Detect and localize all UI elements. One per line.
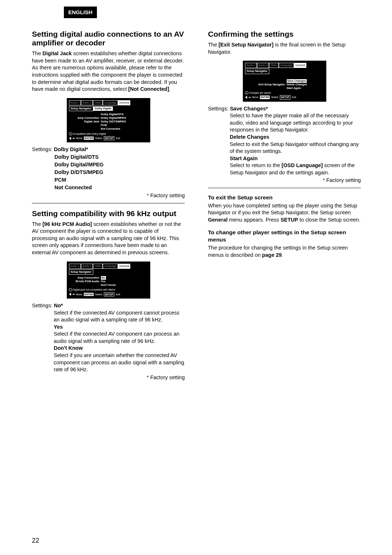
down-arrow-icon: [73, 138, 75, 139]
setting-option: Save Changes*: [230, 106, 268, 112]
osd-tab: Audio 1: [69, 100, 81, 105]
osd-menu: Dolby Digital/DTS Amp ConnectionDolby Di…: [69, 113, 148, 131]
settings-block: Settings: No*: [32, 302, 185, 309]
settings-block: Settings: Save Changes*: [208, 105, 361, 113]
osd-label: Amp Connection: [69, 116, 101, 120]
section-title: Confirming the settings: [208, 30, 361, 39]
osd-option: PCM: [101, 123, 148, 127]
text: Compatible with Dolby Digital: [73, 133, 106, 135]
info-icon: i: [69, 132, 72, 135]
language-tab: ENGLISH: [64, 7, 97, 18]
bold-text: General: [208, 217, 228, 223]
settings-options: Dolby Digital/DTS Dolby Digital/MPEG Dol…: [54, 153, 185, 191]
section-divider: [32, 203, 185, 203]
osd-title: Setup Navigator: [245, 69, 270, 74]
definition-list: Select if the connected AV component can…: [54, 309, 185, 373]
osd-panel: Audio 1 Audio 2 Video Language General S…: [243, 61, 326, 102]
definition-text: Select to return to the [OSD Language] s…: [230, 162, 361, 176]
osd-title: Setup Navigator: [69, 270, 94, 275]
text: Changes are saved: [249, 92, 271, 94]
osd-option: Don't Know: [101, 283, 148, 287]
osd-screenshot: Audio 1 Audio 2 Video Language General S…: [32, 98, 185, 143]
definition-text: Select if the connected AV component can…: [54, 309, 185, 324]
text: When you have completed setting up the p…: [208, 203, 357, 216]
page-content: Setting digital audio connections to an …: [32, 30, 361, 381]
osd-option: Delete Changes: [287, 83, 324, 86]
osd-option: Yes: [101, 280, 148, 283]
osd-label: [69, 127, 101, 131]
left-arrow-icon: [69, 293, 71, 296]
setting-option: Not Connected: [54, 184, 185, 191]
osd-option: Dolby D/DTS/MPEG: [101, 120, 148, 123]
info-icon: i: [245, 91, 248, 94]
osd-option: Dolby Digital/DTS: [101, 113, 148, 116]
settings-block: Settings: Dolby Digital* Dolby Digital/D…: [32, 146, 185, 191]
osd-tab: General: [294, 63, 307, 68]
text: to close the Setup screen.: [298, 217, 360, 223]
definition-list: Select to have the player make all of th…: [230, 112, 361, 176]
osd-label: 96 kHz PCM Audio: [69, 280, 101, 283]
sub-heading: To change other player settings in the S…: [208, 229, 361, 244]
text: Move: [76, 293, 82, 296]
factory-note: * Factory setting: [32, 192, 185, 199]
down-arrow-icon: [249, 97, 251, 98]
osd-tab: Audio 2: [81, 100, 93, 105]
section-divider: [208, 188, 361, 188]
page-number: 22: [32, 536, 39, 545]
info-icon: i: [69, 288, 72, 291]
settings-label: Settings:: [32, 302, 52, 309]
factory-note: * Factory setting: [32, 374, 185, 381]
bold-text: [Not Connected]: [128, 86, 169, 92]
osd-label: [69, 113, 101, 116]
osd-hint: iChanges are saved: [245, 91, 324, 95]
left-arrow-icon: [69, 137, 71, 140]
setting-option: Dolby Digital*: [54, 146, 88, 152]
osd-label: Amp Connection: [69, 276, 101, 280]
osd-tab: General: [118, 100, 131, 105]
osd-footer: Move ENTERSelect SETUPExit: [245, 95, 324, 99]
factory-note: * Factory setting: [208, 177, 361, 184]
bold-text: [Exit Setup Navigator]: [219, 42, 273, 48]
osd-label: Digital Jack: [69, 120, 101, 123]
text: Exit: [292, 96, 296, 99]
osd-label: [245, 79, 287, 83]
osd-tab: Language: [103, 100, 118, 105]
osd-selected: Save Changes: [287, 79, 307, 83]
body-text: The [Exit Setup Navigator] is the final …: [208, 41, 361, 56]
setting-option: Dolby Digital/DTS: [54, 153, 185, 161]
enter-badge: ENTER: [84, 137, 94, 140]
left-arrow-icon: [245, 96, 247, 99]
enter-badge: ENTER: [260, 96, 270, 99]
setting-option: Dolby Digital/MPEG: [54, 161, 185, 169]
body-text: The procedure for changing the settings …: [208, 244, 361, 259]
osd-hint: iDigital jack not compatible with 96kHz: [69, 288, 148, 292]
osd-option: Save Changes: [287, 79, 324, 83]
osd-title: Setup Navigator: [69, 106, 94, 111]
definition-term: Don't Know: [54, 345, 185, 352]
text: The: [208, 42, 219, 48]
setting-option: Dolby D/DTS/MPEG: [54, 169, 185, 176]
bold-text: SETUP: [281, 217, 298, 223]
text: Select: [271, 96, 278, 99]
osd-tabs: Audio 1 Audio 2 Video Language General: [245, 63, 324, 68]
left-column: Setting digital audio connections to an …: [32, 30, 185, 381]
body-text: The [96 kHz PCM Audio] screen establishe…: [32, 221, 185, 256]
osd-footer: Move ENTERSelect SETUPExit: [69, 292, 148, 296]
definition-text: Select if you are uncertain whether the …: [54, 352, 185, 373]
osd-option: Dolby Digital/MPEG: [101, 116, 148, 120]
section-title: Setting digital audio connections to an …: [32, 30, 185, 47]
osd-menu: Save Changes Exit Setup NavigatorDelete …: [245, 79, 324, 90]
text: Move: [252, 96, 258, 99]
section-title: Setting compatibility with 96 kHz output: [32, 209, 185, 218]
text: Digital jack not compatible with 96kHz: [73, 288, 116, 291]
osd-footer: Move ENTERSelect SETUPExit: [69, 136, 148, 140]
definition-text: Select to exit the Setup Navigator witho…: [230, 141, 361, 155]
sub-heading: To exit the Setup screen: [208, 194, 361, 202]
osd-screenshot: Audio 1 Audio 2 Video Language General S…: [32, 262, 185, 299]
setup-badge: SETUP: [280, 95, 290, 99]
right-column: Confirming the settings The [Exit Setup …: [208, 30, 361, 381]
osd-tab: Audio 2: [257, 63, 269, 68]
osd-label: [69, 283, 101, 287]
osd-tab: Video: [269, 63, 279, 68]
body-text: The Digital Jack screen establishes whet…: [32, 50, 185, 93]
